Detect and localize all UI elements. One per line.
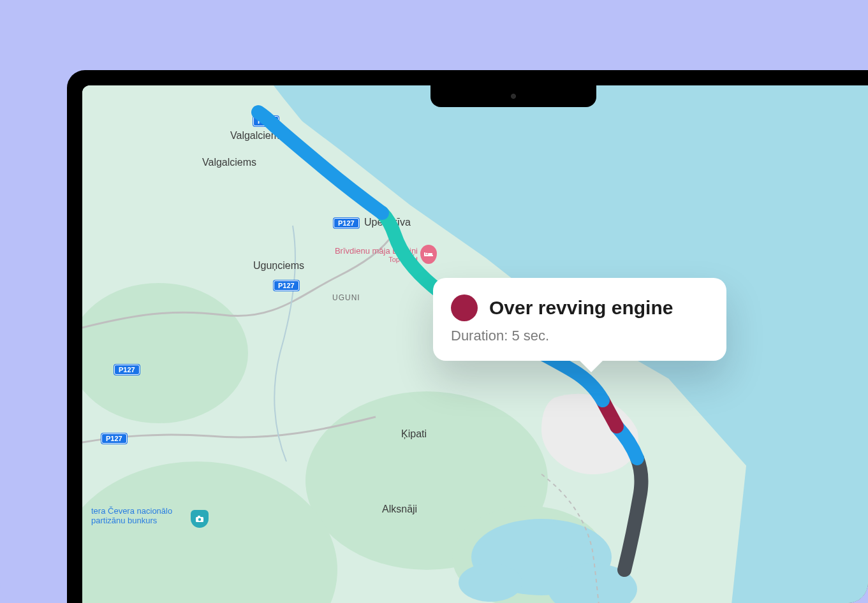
laptop-notch (430, 85, 596, 107)
poi-label-partizanu[interactable]: tera Čevera nacionālo partizānu bunkurs (91, 506, 206, 525)
poi-name: Brīvdienu māja Bērziņi (335, 246, 418, 256)
camera-icon (511, 94, 516, 99)
city-label-valgalciems-top: Valgalciems (230, 130, 284, 142)
laptop-frame: P131 P127 P127 P127 P127 Valgalciems Val… (67, 70, 868, 603)
city-label-ugunciems: Uguņciems (253, 260, 304, 272)
map-screen[interactable]: P131 P127 P127 P127 P127 Valgalciems Val… (82, 85, 868, 603)
event-color-dot-icon (451, 294, 478, 321)
city-label-valgalciems: Valgalciems (202, 157, 256, 168)
svg-rect-7 (424, 255, 433, 256)
event-tooltip: Over revving engine Duration: 5 sec. (433, 278, 726, 361)
road-shield-p127: P127 (334, 218, 359, 228)
svg-rect-8 (424, 252, 425, 256)
outer-card: P131 P127 P127 P127 P127 Valgalciems Val… (0, 0, 868, 603)
poi-label-brivdienu[interactable]: Brīvdienu māja Bērziņi Top rated (309, 246, 418, 263)
svg-point-9 (426, 253, 428, 255)
svg-point-6 (459, 563, 522, 602)
city-label-kipati: Ķipati (401, 428, 427, 440)
area-label-uguni: UGUNI (332, 293, 360, 302)
poi-subtext: Top rated (309, 256, 418, 263)
svg-rect-10 (428, 253, 432, 255)
event-title: Over revving engine (489, 297, 673, 319)
city-label-upesgriva: Upesgrīva (364, 217, 411, 228)
road-shield-p127: P127 (114, 365, 140, 375)
event-duration: Duration: 5 sec. (451, 328, 703, 344)
road-shield-p127: P127 (274, 280, 299, 291)
city-label-alksnaji: Alksnāji (382, 504, 417, 515)
road-shield-p131: P131 (253, 116, 279, 126)
road-shield-p127: P127 (101, 433, 127, 444)
